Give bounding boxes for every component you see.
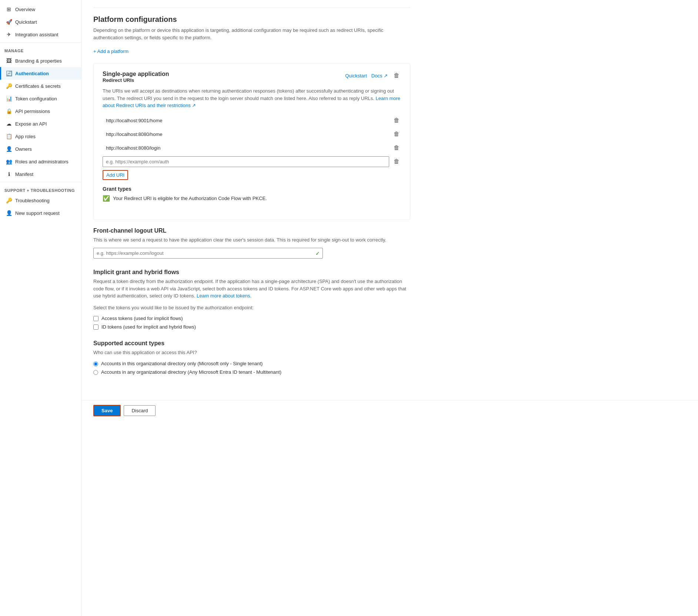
- delete-uri-3-button[interactable]: 🗑: [392, 143, 401, 153]
- sidebar-item-app-roles[interactable]: 📋 App roles: [0, 130, 81, 143]
- account-type-options: Accounts in this organizational director…: [93, 361, 410, 375]
- sidebar-item-branding[interactable]: 🖼 Branding & properties: [0, 54, 81, 67]
- troubleshooting-icon: 🔑: [6, 197, 12, 204]
- sidebar-item-token-config[interactable]: 📊 Token configuration: [0, 92, 81, 105]
- manifest-icon: ℹ: [6, 171, 12, 177]
- sidebar-item-manifest[interactable]: ℹ Manifest: [0, 168, 81, 180]
- api-permissions-icon: 🔒: [6, 108, 12, 114]
- implicit-grant-section: Implicit grant and hybrid flows Request …: [93, 269, 410, 330]
- multi-tenant-label: Accounts in any organizational directory…: [101, 369, 281, 375]
- new-support-icon: 👤: [6, 210, 12, 216]
- sidebar-item-label: Overview: [15, 7, 35, 12]
- roles-admins-icon: 👥: [6, 158, 12, 165]
- token-icon: 📊: [6, 95, 12, 102]
- sidebar-item-label: Owners: [15, 146, 32, 152]
- supported-accounts-section: Supported account types Who can use this…: [93, 340, 410, 375]
- main-content: Platform configurations Depending on the…: [81, 0, 698, 616]
- delete-uri-input-button[interactable]: 🗑: [392, 157, 401, 166]
- owners-icon: 👤: [6, 146, 12, 152]
- quickstart-icon: 🚀: [6, 19, 12, 25]
- grant-types-section: Grant types ✅ Your Redirect URI is eligi…: [103, 186, 401, 202]
- manage-section-label: Manage: [0, 44, 81, 54]
- uri-row-2: http://localhost:8080/home 🗑: [103, 129, 401, 140]
- delete-uri-2-button[interactable]: 🗑: [392, 129, 401, 139]
- sidebar-item-label: New support request: [15, 210, 60, 216]
- sidebar-item-label: Token configuration: [15, 96, 57, 101]
- grant-type-text: Your Redirect URI is eligible for the Au…: [113, 196, 267, 201]
- certificates-icon: 🔑: [6, 83, 12, 89]
- token-checkboxes: Access tokens (used for implicit flows) …: [93, 316, 410, 330]
- single-tenant-radio[interactable]: [93, 362, 98, 366]
- sidebar-item-certificates[interactable]: 🔑 Certificates & secrets: [0, 80, 81, 92]
- overview-icon: ⊞: [6, 6, 12, 13]
- sidebar: ⊞ Overview 🚀 Quickstart ✈ Integration as…: [0, 0, 81, 616]
- uri-row-3: http://localhost:8080/login 🗑: [103, 143, 401, 153]
- access-tokens-label: Access tokens (used for implicit flows): [101, 316, 183, 321]
- implicit-grant-desc: Request a token directly from the author…: [93, 278, 410, 300]
- who-can-use-label: Who can use this application or access t…: [93, 349, 410, 356]
- integration-icon: ✈: [6, 31, 12, 38]
- sidebar-item-authentication[interactable]: 🔄 Authentication: [0, 67, 81, 80]
- sidebar-item-label: Authentication: [15, 71, 49, 76]
- access-tokens-checkbox-label[interactable]: Access tokens (used for implicit flows): [93, 316, 410, 321]
- logout-url-input[interactable]: [93, 248, 323, 259]
- app-roles-icon: 📋: [6, 133, 12, 140]
- uri-value-3: http://localhost:8080/login: [103, 143, 389, 153]
- save-button[interactable]: Save: [93, 405, 121, 416]
- multi-tenant-radio[interactable]: [93, 370, 98, 375]
- quickstart-link[interactable]: Quickstart: [345, 73, 367, 79]
- card-header-left: Single-page application Redirect URIs: [103, 71, 169, 86]
- spa-card: Single-page application Redirect URIs Qu…: [93, 63, 410, 220]
- sidebar-item-label: Integration assistant: [15, 32, 58, 37]
- card-header: Single-page application Redirect URIs Qu…: [103, 71, 401, 86]
- expose-api-icon: ☁: [6, 120, 12, 127]
- check-icon: ✅: [103, 195, 110, 202]
- sidebar-item-api-permissions[interactable]: 🔒 API permissions: [0, 105, 81, 117]
- uri-row-1: http://localhost:9001/home 🗑: [103, 115, 401, 126]
- sidebar-item-new-support[interactable]: 👤 New support request: [0, 207, 81, 219]
- card-subtitle: Redirect URIs: [103, 77, 169, 83]
- id-tokens-checkbox[interactable]: [93, 324, 98, 330]
- uri-value-1: http://localhost:9001/home: [103, 115, 389, 126]
- card-title: Single-page application: [103, 71, 169, 77]
- implicit-grant-title: Implicit grant and hybrid flows: [93, 269, 410, 276]
- logout-url-wrapper: ✓: [93, 248, 323, 259]
- add-platform-button[interactable]: + Add a platform: [93, 47, 128, 56]
- delete-card-button[interactable]: 🗑: [392, 71, 401, 80]
- supported-accounts-title: Supported account types: [93, 340, 410, 347]
- multi-tenant-radio-label[interactable]: Accounts in any organizational directory…: [93, 369, 410, 375]
- sidebar-item-label: API permissions: [15, 109, 50, 114]
- authentication-icon: 🔄: [6, 70, 12, 77]
- sidebar-item-troubleshooting[interactable]: 🔑 Troubleshooting: [0, 194, 81, 207]
- front-channel-section: Front-channel logout URL This is where w…: [93, 227, 410, 259]
- access-tokens-checkbox[interactable]: [93, 316, 98, 321]
- sidebar-item-label: Roles and administrators: [15, 159, 69, 164]
- add-uri-button[interactable]: Add URI: [103, 170, 128, 180]
- uri-value-2: http://localhost:8080/home: [103, 129, 389, 140]
- discard-button[interactable]: Discard: [124, 405, 156, 416]
- select-tokens-label: Select the tokens you would like to be i…: [93, 304, 410, 312]
- single-tenant-label: Accounts in this organizational director…: [101, 361, 263, 366]
- sidebar-item-overview[interactable]: ⊞ Overview: [0, 3, 81, 16]
- grant-types-title: Grant types: [103, 186, 401, 192]
- support-section-label: Support + Troubleshooting: [0, 184, 81, 194]
- uri-input[interactable]: [103, 156, 389, 167]
- docs-link[interactable]: Docs ↗: [371, 73, 388, 79]
- sidebar-item-label: Branding & properties: [15, 58, 62, 64]
- sidebar-item-expose-api[interactable]: ☁ Expose an API: [0, 117, 81, 130]
- sidebar-item-label: Quickstart: [15, 19, 37, 25]
- sidebar-item-integration-assistant[interactable]: ✈ Integration assistant: [0, 28, 81, 41]
- bottom-actions: Save Discard: [81, 400, 698, 421]
- uri-input-row: 🗑: [103, 156, 401, 167]
- delete-uri-1-button[interactable]: 🗑: [392, 116, 401, 125]
- id-tokens-checkbox-label[interactable]: ID tokens (used for implicit and hybrid …: [93, 324, 410, 330]
- single-tenant-radio-label[interactable]: Accounts in this organizational director…: [93, 361, 410, 366]
- front-channel-title: Front-channel logout URL: [93, 227, 410, 234]
- sidebar-item-label: Expose an API: [15, 121, 47, 127]
- card-actions: Quickstart Docs ↗ 🗑: [345, 71, 401, 80]
- sidebar-item-label: Manifest: [15, 172, 33, 177]
- sidebar-item-roles-admins[interactable]: 👥 Roles and administrators: [0, 155, 81, 168]
- learn-more-tokens-link[interactable]: Learn more about tokens.: [197, 293, 251, 299]
- sidebar-item-owners[interactable]: 👤 Owners: [0, 143, 81, 155]
- sidebar-item-quickstart[interactable]: 🚀 Quickstart: [0, 16, 81, 28]
